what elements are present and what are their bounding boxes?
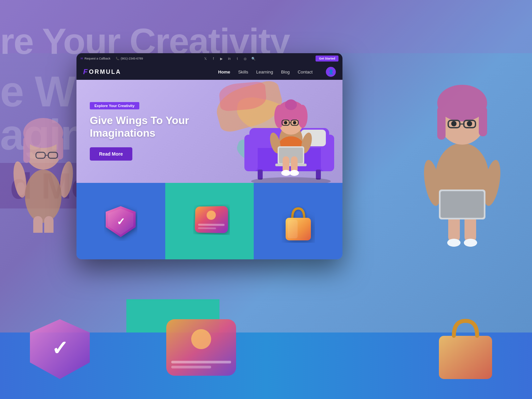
image-icon-card — [193, 204, 226, 238]
svg-rect-36 — [439, 336, 492, 379]
svg-point-65 — [290, 170, 299, 176]
nav-skills[interactable]: Skills — [238, 69, 248, 74]
svg-rect-39 — [244, 135, 258, 171]
svg-rect-71 — [198, 224, 225, 226]
cards-section: ✓ — [76, 183, 342, 259]
get-started-button[interactable]: Get Started — [316, 56, 338, 62]
svg-point-60 — [284, 121, 287, 124]
svg-rect-29 — [44, 216, 54, 233]
hero-section: Explore Your Creativity Give Wings To Yo… — [76, 80, 342, 183]
browser-window: ✉ Request a Callback 📞 (901)-2345-6789 𝕏… — [76, 53, 342, 259]
nav-blog[interactable]: Blog — [281, 69, 290, 74]
bg-icon-shield: ✓ — [27, 316, 93, 382]
svg-rect-42 — [258, 170, 263, 180]
svg-rect-74 — [288, 220, 298, 238]
card-shield: ✓ — [76, 183, 165, 259]
svg-point-27 — [25, 170, 62, 223]
logo-f-letter: F — [83, 67, 87, 76]
hero-tag: Explore Your Creativity — [90, 102, 139, 109]
search-icon[interactable]: 🔍 — [251, 56, 256, 61]
bg-icon-bag — [432, 313, 499, 379]
linkedin-icon[interactable]: in — [227, 56, 232, 61]
top-bar: ✉ Request a Callback 📞 (901)-2345-6789 𝕏… — [76, 53, 342, 64]
logo-text: ORMULA — [89, 68, 121, 75]
nav-contact[interactable]: Contact — [298, 69, 313, 74]
read-more-button[interactable]: Read More — [90, 147, 132, 161]
svg-rect-28 — [33, 216, 43, 233]
svg-rect-35 — [171, 366, 211, 368]
nav-links: Home Skills Learning Blog Contact 👤 — [218, 67, 336, 77]
bg-character-right — [399, 27, 525, 253]
user-icon-button[interactable]: 👤 — [326, 67, 336, 77]
social-icons-bar: 𝕏 f ▶ in t ◎ 🔍 — [203, 56, 256, 61]
bg-character-left — [0, 83, 86, 233]
phone-link[interactable]: 📞 (901)-2345-6789 — [116, 57, 143, 60]
phone-icon: 📞 — [116, 57, 119, 60]
tumblr-icon[interactable]: t — [235, 56, 240, 61]
nav-home[interactable]: Home — [218, 69, 230, 74]
callback-link[interactable]: ✉ Request a Callback — [80, 57, 110, 60]
facebook-icon[interactable]: f — [211, 56, 216, 61]
instagram-icon[interactable]: ◎ — [243, 56, 248, 61]
bg-icon-image — [160, 306, 243, 389]
svg-point-14 — [447, 239, 461, 247]
twitter-icon[interactable]: 𝕏 — [203, 56, 208, 61]
svg-point-55 — [298, 105, 308, 128]
nav-learning[interactable]: Learning — [256, 69, 273, 74]
youtube-icon[interactable]: ▶ — [219, 56, 224, 61]
svg-point-15 — [464, 239, 477, 247]
logo[interactable]: F ORMULA — [83, 67, 121, 76]
svg-rect-43 — [316, 170, 321, 180]
svg-point-64 — [281, 170, 291, 176]
svg-rect-20 — [23, 136, 30, 163]
card-image — [165, 183, 254, 259]
svg-text:✓: ✓ — [52, 337, 68, 359]
svg-rect-17 — [441, 191, 484, 218]
hero-character-couch — [239, 85, 339, 183]
svg-rect-4 — [479, 106, 487, 136]
user-icon: 👤 — [328, 69, 334, 74]
shield-icon-card: ✓ — [104, 204, 137, 238]
svg-text:✓: ✓ — [117, 216, 125, 227]
svg-point-8 — [451, 121, 457, 126]
bag-icon-card — [282, 204, 315, 238]
svg-point-61 — [293, 121, 296, 124]
nav-bar: F ORMULA Home Skills Learning Blog Conta… — [76, 64, 342, 80]
hero-title: Give Wings To Your Imaginations — [90, 114, 209, 140]
svg-point-56 — [285, 99, 297, 110]
svg-point-33 — [191, 329, 211, 349]
svg-rect-72 — [198, 227, 216, 229]
svg-point-9 — [467, 121, 472, 126]
card-bag — [254, 183, 342, 259]
email-icon: ✉ — [80, 57, 83, 60]
svg-rect-3 — [437, 106, 446, 140]
svg-rect-34 — [171, 361, 231, 363]
top-bar-left: ✉ Request a Callback 📞 (901)-2345-6789 — [80, 57, 143, 60]
